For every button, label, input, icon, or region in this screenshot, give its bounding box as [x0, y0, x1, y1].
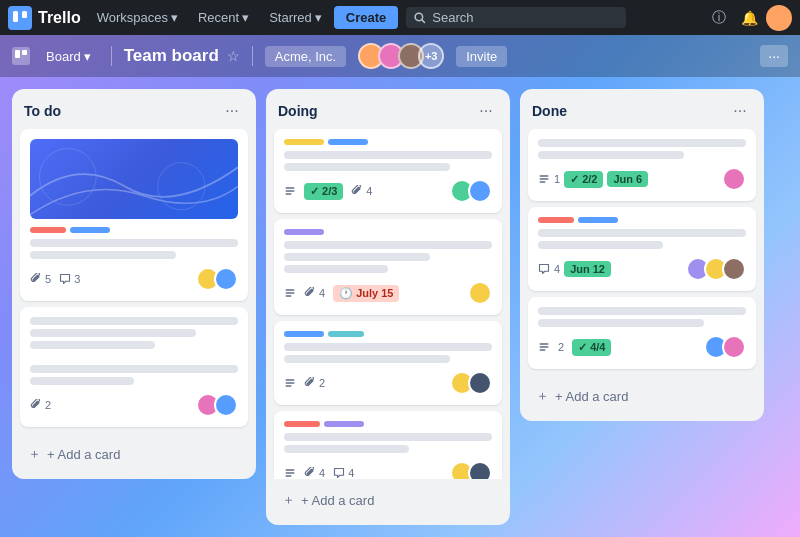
svg-rect-21	[540, 175, 549, 177]
card-meta: 1 ✓ 2/2 Jun 6	[538, 171, 648, 188]
svg-rect-22	[540, 178, 549, 180]
card-members	[450, 371, 492, 395]
card-cover	[30, 139, 238, 219]
label-blue	[578, 217, 618, 223]
starred-menu[interactable]: Starred ▾	[261, 6, 330, 29]
svg-rect-11	[286, 193, 292, 195]
svg-rect-14	[286, 295, 292, 297]
meta-attach: 4	[304, 287, 325, 299]
card-labels	[538, 217, 746, 223]
invite-button[interactable]: Invite	[456, 46, 507, 67]
svg-rect-24	[540, 343, 549, 345]
card-labels	[30, 227, 238, 233]
card-members	[450, 461, 492, 479]
date-badge: 🕐 July 15	[333, 285, 399, 302]
trello-wordmark: Trello	[38, 9, 81, 27]
more-members-badge[interactable]: +3	[418, 43, 444, 69]
star-icon[interactable]: ☆	[227, 48, 240, 64]
svg-rect-25	[540, 346, 549, 348]
workspaces-menu[interactable]: Workspaces ▾	[89, 6, 186, 29]
create-button[interactable]: Create	[334, 6, 398, 29]
list-todo-menu[interactable]: ···	[220, 99, 244, 123]
search-icon	[414, 12, 426, 24]
card-doing-3[interactable]: 2	[274, 321, 502, 405]
card-footer: 4 Jun 12	[538, 257, 746, 281]
svg-rect-12	[286, 289, 295, 291]
card-footer: 4 4	[284, 461, 492, 479]
card-done-2[interactable]: 4 Jun 12	[528, 207, 756, 291]
meta-comment: 4	[333, 467, 354, 479]
card-members	[704, 335, 746, 359]
board-more-button[interactable]: ···	[760, 45, 788, 67]
label-purple	[284, 229, 324, 235]
svg-rect-1	[13, 11, 18, 22]
card-todo-2[interactable]: 2	[20, 307, 248, 427]
meta-attach: 2	[304, 377, 325, 389]
trello-logo[interactable]: Trello	[8, 6, 81, 30]
card-todo-1[interactable]: 5 3	[20, 129, 248, 301]
board-content: To do ···	[0, 77, 800, 537]
card-doing-1[interactable]: ✓ 2/3 4	[274, 129, 502, 213]
info-icon-button[interactable]: ⓘ	[706, 5, 732, 31]
date-badge: Jun 6	[607, 171, 648, 187]
workspace-chip[interactable]: Acme, Inc.	[265, 46, 346, 67]
attach-icon	[304, 287, 316, 299]
card-doing-2[interactable]: 4 🕐 July 15	[274, 219, 502, 315]
card-members	[468, 281, 492, 305]
meta-attach2: 2	[30, 399, 51, 411]
board-title: Team board	[124, 46, 219, 66]
meta-number: 2	[558, 341, 564, 353]
list-icon	[538, 173, 550, 185]
list-done-menu[interactable]: ···	[728, 99, 752, 123]
comment-count: 3	[74, 273, 80, 285]
card-meta: 2 ✓ 4/4	[538, 339, 611, 356]
member-avatar	[468, 179, 492, 203]
attach-icon	[351, 185, 363, 197]
notification-icon-button[interactable]: 🔔	[736, 5, 762, 31]
member-avatar	[722, 257, 746, 281]
recent-menu[interactable]: Recent ▾	[190, 6, 257, 29]
card-done-3[interactable]: 2 ✓ 4/4	[528, 297, 756, 369]
plus-icon: ＋	[282, 491, 295, 509]
attach-count: 5	[45, 273, 51, 285]
attach-count: 4	[319, 287, 325, 299]
list-doing-menu[interactable]: ···	[474, 99, 498, 123]
card-footer2: 2	[30, 393, 238, 417]
card-lines	[538, 307, 746, 327]
card-content-lines	[30, 239, 238, 259]
card-lines	[284, 151, 492, 171]
plus-icon: ＋	[536, 387, 549, 405]
svg-rect-0	[8, 6, 32, 30]
card-done-1[interactable]: 1 ✓ 2/2 Jun 6	[528, 129, 756, 201]
svg-rect-13	[286, 292, 295, 294]
comment-icon	[538, 263, 550, 275]
user-avatar[interactable]	[766, 5, 792, 31]
svg-rect-19	[286, 472, 295, 474]
card-footer: 2 ✓ 4/4	[538, 335, 746, 359]
list-todo-title: To do	[24, 103, 61, 119]
svg-rect-18	[286, 469, 295, 471]
separator	[111, 46, 112, 66]
card-lines	[538, 229, 746, 249]
attach-count: 4	[319, 467, 325, 479]
add-card-button-todo[interactable]: ＋ + Add a card	[16, 437, 252, 471]
svg-rect-17	[286, 385, 292, 387]
card-labels	[284, 421, 492, 427]
card-doing-4[interactable]: 4 4	[274, 411, 502, 479]
checklist-badge: ✓ 2/3	[304, 183, 343, 200]
search-bar[interactable]: Search	[406, 7, 626, 28]
add-card-button-done[interactable]: ＋ + Add a card	[524, 379, 760, 413]
attach-count2: 2	[45, 399, 51, 411]
label-purple	[324, 421, 364, 427]
svg-rect-26	[540, 349, 546, 351]
svg-rect-10	[286, 190, 295, 192]
card-labels	[284, 331, 492, 337]
member-avatar	[214, 267, 238, 291]
list-icon	[284, 185, 296, 197]
add-card-button-doing[interactable]: ＋ + Add a card	[270, 483, 506, 517]
board-view-selector[interactable]: Board ▾	[38, 45, 99, 68]
member-avatar	[722, 335, 746, 359]
svg-rect-23	[540, 181, 546, 183]
attach-count: 4	[366, 185, 372, 197]
svg-rect-5	[15, 50, 20, 58]
